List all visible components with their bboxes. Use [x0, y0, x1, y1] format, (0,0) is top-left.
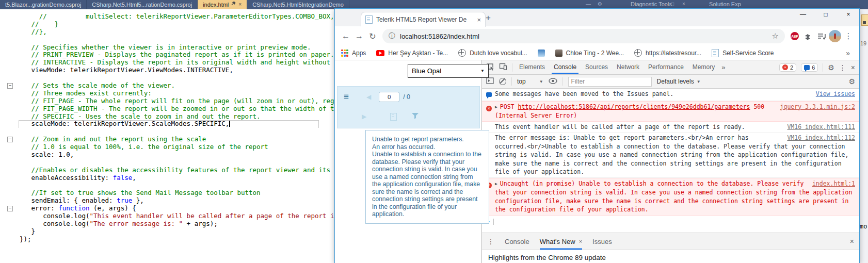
code-text: // Three modes exist currently: [20, 90, 152, 97]
info-bubble-icon [486, 90, 495, 100]
console-message[interactable]: VM16 index.html:111This event handler wi… [482, 122, 859, 133]
viewer-menu-icon[interactable]: ≡ [344, 92, 349, 102]
document-map-icon[interactable] [390, 113, 397, 121]
forward-button[interactable]: → [352, 31, 366, 41]
code-text: //Enables or disables the accessibility … [20, 167, 369, 174]
dt-levels-select[interactable]: Default levels▼ [657, 78, 701, 85]
dt-settings-icon[interactable]: ⚙ [828, 63, 834, 72]
viewer-error-box: Unable to get report parameters. An erro… [365, 130, 489, 224]
whats-new-highlights[interactable]: Highlights from the Chrome 89 update [482, 250, 859, 263]
console-prompt[interactable]: > [482, 216, 859, 228]
console-output[interactable]: View issuesSome messages have been moved… [482, 89, 859, 233]
text-caret [493, 219, 493, 225]
fold-collapse-icon[interactable]: − [7, 137, 13, 142]
dt-eye-icon[interactable] [549, 78, 557, 86]
dt-tab-network[interactable]: Network [615, 61, 641, 74]
prev-page-icon[interactable]: ◀ [366, 93, 371, 101]
vs-tab[interactable]: CSharp.Net5.Html5...rationDemo.csproj [87, 0, 198, 9]
bookmark-label: Chloe Ting - 2 Wee... [566, 50, 624, 57]
fold-collapse-icon[interactable]: − [7, 83, 13, 89]
console-source-link[interactable]: VM16 index.html:111 [787, 123, 855, 132]
browser-window: Telerik HTML5 Report Viewer De × + — □ ×… [334, 8, 860, 263]
console-message[interactable]: VM16 index.html:112The error message is:… [482, 133, 859, 178]
close-button[interactable]: × [845, 11, 852, 18]
drawer-tab-console[interactable]: Console [505, 234, 529, 250]
bookmark-item[interactable]: Apps [341, 50, 366, 57]
profile-avatar[interactable] [829, 30, 841, 42]
vs-gear-icon[interactable]: ⚙ [598, 0, 602, 8]
console-source-link[interactable]: jquery-3.3.1.min.js:2 [780, 103, 855, 111]
bookmark-item[interactable]: Dutch love vocabul... [458, 49, 527, 57]
console-message[interactable]: ×jquery-3.3.1.min.js:2▶POST http://local… [482, 101, 859, 122]
dt-tab-sources[interactable]: Sources [583, 61, 610, 74]
reading-list-icon[interactable] [815, 32, 828, 40]
dt-menu-icon[interactable]: ⋮ [839, 63, 846, 72]
vs-tab[interactable]: index.html× [198, 0, 247, 9]
bookmark-star-icon[interactable]: ☆ [772, 31, 779, 41]
minimize-button[interactable]: — [799, 11, 807, 18]
request-url-link[interactable]: http://localhost:51862/api/reports/clien… [518, 103, 750, 110]
dt-sidebar-toggle-icon[interactable] [486, 77, 494, 86]
expand-triangle-icon[interactable]: ▶ [495, 180, 497, 189]
vs-minimize-icon[interactable]: — [586, 0, 591, 8]
page-info-icon[interactable]: ⓘ [389, 31, 395, 41]
vs-solution-explorer-fragment: Solution Exp [709, 0, 741, 8]
drawer-close-icon[interactable]: × [850, 237, 854, 245]
next-page-icon[interactable]: ▶ [362, 113, 366, 120]
chevron-down-icon: ▼ [697, 79, 701, 84]
reload-button[interactable]: ↻ [366, 31, 379, 41]
maximize-button[interactable]: □ [822, 11, 829, 18]
expand-triangle-icon[interactable]: ▶ [495, 103, 497, 112]
console-source-link[interactable]: VM16 index.html:112 [787, 134, 855, 142]
dt-clear-console-icon[interactable] [499, 78, 506, 85]
drawer-menu-icon[interactable]: ⋮ [487, 237, 494, 245]
pin-icon[interactable] [231, 0, 236, 9]
bookmark-item[interactable]: Chloe Ting - 2 Wee... [555, 50, 624, 57]
console-source-link[interactable]: index.html:1 [812, 179, 855, 188]
dt-message-badge[interactable]: 6 [801, 63, 818, 72]
theme-select[interactable]: Blue Opal ▼ [408, 64, 489, 78]
dt-device-toolbar-icon[interactable] [499, 62, 507, 72]
vs-restore-icon[interactable]: □ [671, 0, 674, 8]
whats-new-close-icon[interactable]: × [579, 234, 582, 250]
vs-tab-label: CSharp.Net5.Html5...rationDemo.csproj [92, 0, 192, 9]
console-text: POST [500, 103, 518, 110]
bookmark-item[interactable] [538, 50, 545, 57]
extensions-puzzle-icon[interactable] [801, 32, 815, 40]
vs-tab[interactable]: t5.Blazor...grationDemo.csproj [0, 0, 87, 9]
dt-more-tabs-icon[interactable]: » [721, 63, 725, 71]
drawer-tab-issues[interactable]: Issues [592, 234, 612, 250]
dt-tab-elements[interactable]: Elements [517, 61, 547, 74]
dt-context-select[interactable]: top▼ [517, 78, 543, 85]
address-bar[interactable]: ⓘ localhost:51862/index.html ☆ [382, 29, 785, 43]
console-message[interactable]: View issuesSome messages have been moved… [482, 89, 859, 101]
view-issues-link[interactable]: View issues [816, 90, 855, 98]
code-text: true [117, 197, 132, 204]
dt-tab-performance[interactable]: Performance [646, 61, 686, 74]
dt-tab-console[interactable]: Console [552, 61, 578, 74]
page-number-input[interactable]: 0 [379, 92, 399, 102]
browser-menu-icon[interactable]: ⋮ [842, 31, 855, 41]
globe-icon [458, 49, 466, 57]
tab-close-icon[interactable]: × [477, 16, 481, 24]
dt-console-settings-icon[interactable]: ⚙ [848, 77, 855, 86]
bookmark-item[interactable]: Her Şey Aşktan - Te... [376, 50, 448, 57]
bookmark-item[interactable]: Self-Service Score [712, 49, 774, 57]
tab-close-icon[interactable]: × [238, 0, 242, 9]
console-message[interactable]: ×index.html:1▶Uncaught (in promise) Unab… [482, 178, 859, 216]
drawer-tab-what-s-new[interactable]: What's New× [540, 234, 582, 250]
bookmarks-overflow-icon[interactable]: » [846, 49, 853, 57]
browser-tab[interactable]: Telerik HTML5 Report Viewer De × [361, 12, 486, 27]
dt-close-icon[interactable]: × [851, 63, 855, 72]
bookmark-item[interactable]: https://latestresour... [634, 49, 701, 57]
adblock-icon[interactable]: ABP [791, 32, 799, 40]
fold-collapse-icon[interactable]: − [7, 206, 13, 211]
dt-tab-memory[interactable]: Memory [690, 61, 717, 74]
dt-filter-input[interactable]: Filter [568, 77, 652, 87]
dt-error-badge[interactable]: × 2 [779, 63, 796, 72]
vs-close-icon[interactable]: × [682, 0, 685, 8]
page-count-label: / 0 [403, 93, 410, 101]
new-tab-button[interactable]: + [486, 13, 491, 23]
parameters-funnel-icon[interactable] [411, 112, 419, 121]
back-button[interactable]: ← [339, 31, 352, 41]
